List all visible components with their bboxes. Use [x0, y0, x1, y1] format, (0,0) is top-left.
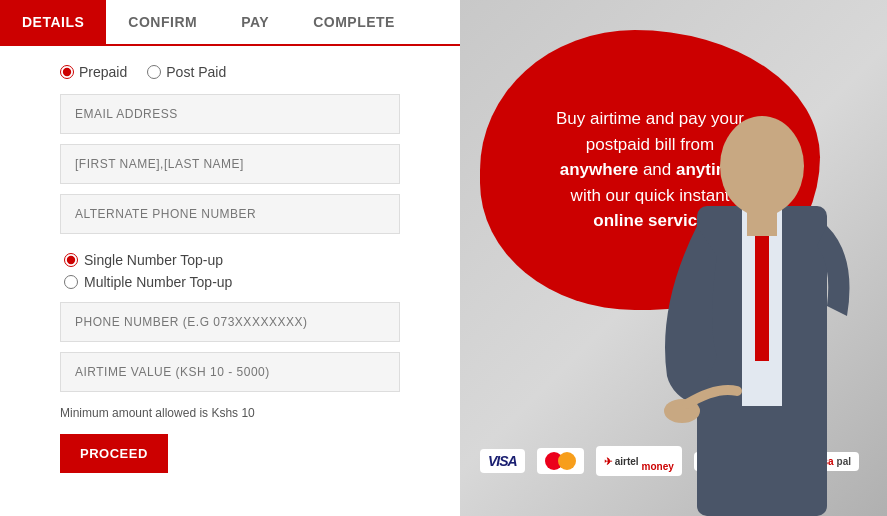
tab-bar: DETAILS CONFIRM PAY COMPLETE — [0, 0, 460, 46]
mc-orange-circle — [558, 452, 576, 470]
left-panel: DETAILS CONFIRM PAY COMPLETE Prepaid Pos… — [0, 0, 460, 516]
email-field[interactable] — [60, 94, 400, 134]
right-panel: Buy airtime and pay your postpaid bill f… — [460, 0, 887, 516]
proceed-button[interactable]: PROCEED — [60, 434, 168, 473]
mastercard-logo — [537, 448, 584, 474]
multiple-topup-option[interactable]: Multiple Number Top-up — [64, 274, 400, 290]
tab-complete[interactable]: COMPLETE — [291, 0, 417, 44]
phone-field[interactable] — [60, 302, 400, 342]
single-topup-option[interactable]: Single Number Top-up — [64, 252, 400, 268]
visa-logo: VISA — [480, 449, 525, 473]
form-area: Prepaid Post Paid Single Number Top-up M… — [0, 64, 460, 473]
prepaid-option[interactable]: Prepaid — [60, 64, 127, 80]
postpaid-option[interactable]: Post Paid — [147, 64, 226, 80]
tab-confirm[interactable]: CONFIRM — [106, 0, 219, 44]
svg-rect-4 — [747, 206, 777, 236]
postpaid-radio[interactable] — [147, 65, 161, 79]
min-amount-note: Minimum amount allowed is Kshs 10 — [60, 406, 400, 420]
tab-pay[interactable]: PAY — [219, 0, 291, 44]
tab-details[interactable]: DETAILS — [0, 0, 106, 44]
alt-phone-field[interactable] — [60, 194, 400, 234]
airtime-value-field[interactable] — [60, 352, 400, 392]
topup-options-group: Single Number Top-up Multiple Number Top… — [60, 252, 400, 290]
person-figure — [637, 56, 887, 516]
single-topup-radio[interactable] — [64, 253, 78, 267]
name-field[interactable] — [60, 144, 400, 184]
prepaid-radio[interactable] — [60, 65, 74, 79]
multiple-topup-radio[interactable] — [64, 275, 78, 289]
svg-point-3 — [720, 116, 804, 216]
payment-type-group: Prepaid Post Paid — [60, 64, 400, 80]
